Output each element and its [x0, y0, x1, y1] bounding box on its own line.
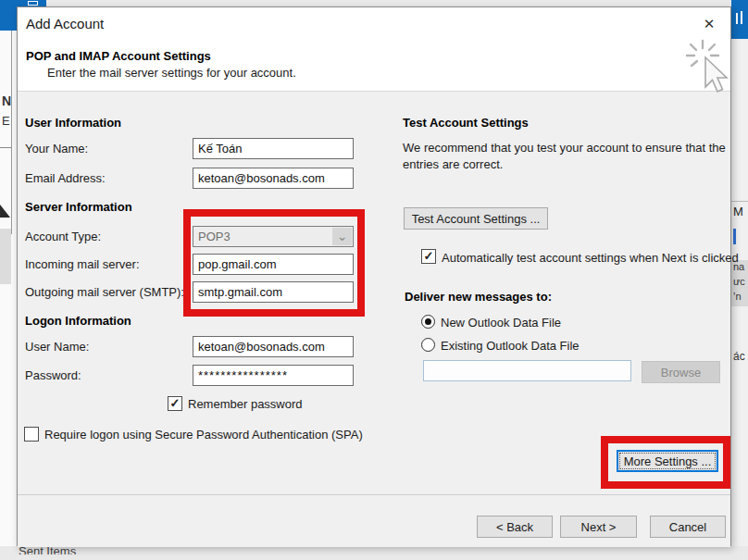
page-subtitle: Enter the mail server settings for your … [47, 66, 296, 80]
test-account-settings-heading: Test Account Settings [403, 116, 529, 130]
radio-new-outlook-data-file[interactable] [421, 315, 435, 329]
data-file-path-input [423, 360, 631, 381]
dialog-title: Add Account [26, 16, 104, 31]
background-text-fragment: ưc [733, 276, 745, 287]
dialog-footer: < Back Next > Cancel [18, 494, 730, 547]
next-button[interactable]: Next > [560, 516, 637, 538]
titlebar-text-fragment [736, 13, 738, 24]
background-right-strip: M na ưc ʼn ác [731, 39, 748, 546]
radio-new-outlook-data-file-label: New Outlook Data File [441, 316, 561, 330]
background-titlebar-right [731, 0, 748, 39]
user-information-heading: User Information [25, 116, 121, 130]
your-name-label: Your Name: [25, 142, 88, 156]
user-name-input[interactable] [193, 336, 354, 357]
background-triangle-fragment [0, 205, 10, 218]
more-settings-button[interactable]: More Settings ... [617, 450, 718, 472]
deliver-new-messages-heading: Deliver new messages to: [405, 290, 552, 304]
cursor-star-icon [680, 35, 738, 111]
spa-label: Require logon using Secure Password Auth… [44, 428, 363, 442]
radio-existing-outlook-data-file-label: Existing Outlook Data File [441, 339, 580, 353]
your-name-input[interactable] [193, 138, 354, 159]
account-type-select: POP3 ⌄ [193, 226, 354, 247]
remember-password-checkbox[interactable]: ✓ [168, 396, 182, 411]
account-type-label: Account Type: [25, 230, 101, 243]
test-account-settings-button[interactable]: Test Account Settings ... [404, 207, 548, 230]
titlebar-text-fragment [741, 11, 742, 24]
back-button[interactable]: < Back [477, 516, 553, 538]
background-titlebar-top [17, 0, 46, 6]
logon-information-heading: Logon Information [25, 314, 131, 328]
incoming-server-label: Incoming mail server: [25, 257, 140, 271]
test-account-settings-description: We recommend that you test your account … [403, 140, 729, 173]
background-text-fragment: ác [733, 350, 745, 363]
password-input[interactable] [193, 365, 354, 386]
incoming-server-input[interactable] [193, 254, 354, 275]
browse-button: Browse [642, 361, 720, 383]
page-title: POP and IMAP Account Settings [26, 49, 211, 63]
user-name-label: User Name: [25, 340, 89, 354]
cancel-button[interactable]: Cancel [650, 516, 726, 538]
close-icon[interactable]: ✕ [697, 13, 721, 35]
password-label: Password: [25, 368, 81, 382]
outgoing-server-label: Outgoing mail server (SMTP): [25, 285, 184, 299]
email-address-label: Email Address: [25, 171, 106, 185]
background-titlebar-left [0, 0, 17, 31]
background-cursor-fragment [733, 229, 736, 244]
email-address-input[interactable] [193, 168, 354, 189]
chevron-down-icon: ⌄ [332, 228, 352, 245]
background-text-fragment: E [2, 114, 10, 128]
window-icon [28, 1, 38, 6]
remember-password-label: Remember password [188, 397, 303, 411]
background-left-strip: N E [0, 31, 17, 546]
server-information-heading: Server Information [25, 200, 132, 214]
background-text-fragment: N [2, 93, 11, 108]
auto-test-checkbox[interactable]: ✓ [421, 249, 436, 264]
background-text-fragment: ʼn [733, 291, 742, 302]
dialog-header: Add Account ✕ POP and IMAP Account Setti… [18, 7, 730, 92]
radio-existing-outlook-data-file[interactable] [421, 338, 435, 352]
outgoing-server-input[interactable] [193, 281, 354, 303]
add-account-dialog: Add Account ✕ POP and IMAP Account Setti… [17, 6, 731, 546]
background-text-fragment: M [733, 205, 743, 218]
background-sent-items: Sent Items [19, 546, 130, 554]
spa-checkbox[interactable] [24, 427, 39, 442]
auto-test-label: Automatically test account settings when… [442, 250, 740, 267]
